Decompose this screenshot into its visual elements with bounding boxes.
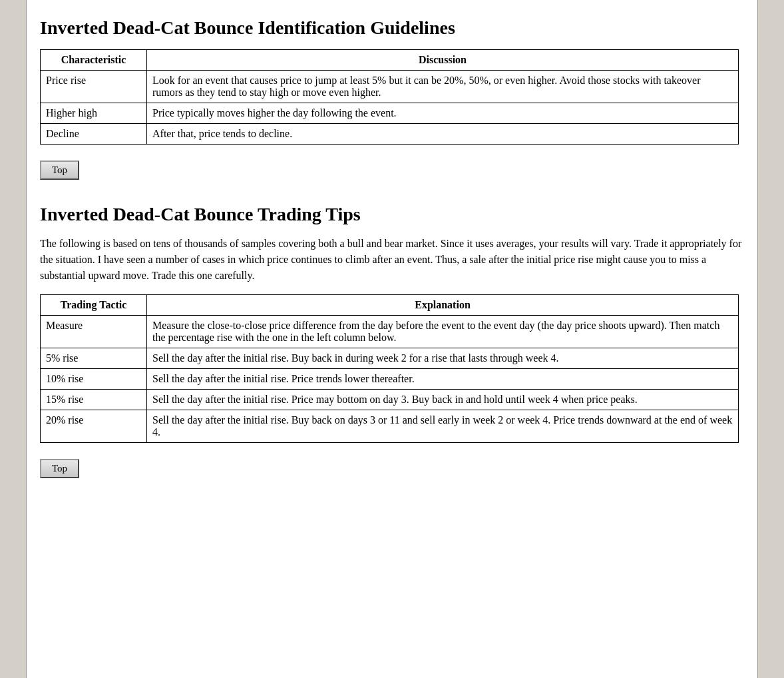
table1-row-col2: Price typically moves higher the day fol… xyxy=(147,103,739,124)
top-button-1[interactable]: Top xyxy=(40,161,79,180)
table1-row-col2: After that, price tends to decline. xyxy=(147,124,739,145)
table-row: 20% riseSell the day after the initial r… xyxy=(41,410,739,443)
table1-row-col1: Decline xyxy=(41,124,147,145)
section2-intro: The following is based on tens of thousa… xyxy=(40,236,744,284)
table-row: 15% riseSell the day after the initial r… xyxy=(41,390,739,410)
table1-row-col1: Price rise xyxy=(41,71,147,103)
table-row: 10% riseSell the day after the initial r… xyxy=(41,369,739,390)
section2-title: Inverted Dead-Cat Bounce Trading Tips xyxy=(40,204,744,225)
table1-row-col2: Look for an event that causes price to j… xyxy=(147,71,739,103)
table1-row-col1: Higher high xyxy=(41,103,147,124)
table-row: 5% riseSell the day after the initial ri… xyxy=(41,348,739,369)
table2-row-col2: Measure the close-to-close price differe… xyxy=(147,316,739,348)
table2-row-col1: 5% rise xyxy=(41,348,147,369)
table2-row-col2: Sell the day after the initial rise. Buy… xyxy=(147,348,739,369)
table2-header-col2: Explanation xyxy=(147,295,739,316)
table-row: Price riseLook for an event that causes … xyxy=(41,71,739,103)
identification-table: Characteristic Discussion Price riseLook… xyxy=(40,49,739,145)
table2-row-col1: Measure xyxy=(41,316,147,348)
table2-row-col2: Sell the day after the initial rise. Pri… xyxy=(147,369,739,390)
table-row: MeasureMeasure the close-to-close price … xyxy=(41,316,739,348)
table2-row-col1: 20% rise xyxy=(41,410,147,443)
table2-row-col1: 15% rise xyxy=(41,390,147,410)
table2-row-col2: Sell the day after the initial rise. Buy… xyxy=(147,410,739,443)
top-button-2[interactable]: Top xyxy=(40,459,79,478)
table-row: Higher highPrice typically moves higher … xyxy=(41,103,739,124)
table1-header-col1: Characteristic xyxy=(41,50,147,71)
table-row: DeclineAfter that, price tends to declin… xyxy=(41,124,739,145)
table1-header-col2: Discussion xyxy=(147,50,739,71)
page-container: Inverted Dead-Cat Bounce Identification … xyxy=(26,0,758,678)
section1-title: Inverted Dead-Cat Bounce Identification … xyxy=(40,17,744,39)
table2-row-col1: 10% rise xyxy=(41,369,147,390)
table2-row-col2: Sell the day after the initial rise. Pri… xyxy=(147,390,739,410)
table2-header-col1: Trading Tactic xyxy=(41,295,147,316)
trading-tips-table: Trading Tactic Explanation MeasureMeasur… xyxy=(40,294,739,443)
